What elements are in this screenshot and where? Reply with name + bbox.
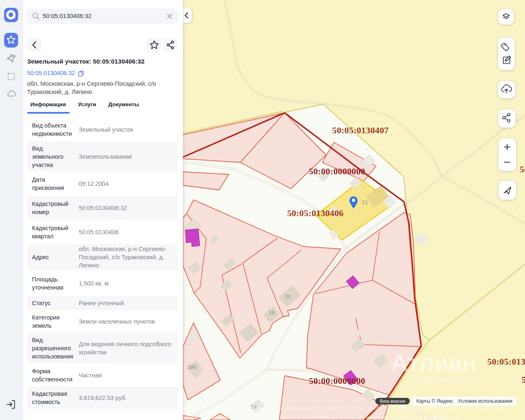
svg-text:Атлиан: Атлиан xyxy=(391,349,477,376)
svg-text:50: 50 xyxy=(522,375,525,385)
svg-text:официального документа, не явл: официального документа, не являются выпи… xyxy=(186,414,460,420)
svg-text:Сведения, предоставленные с по: Сведения, предоставленные с помощью этог… xyxy=(186,405,503,411)
svg-text:20: 20 xyxy=(285,294,291,300)
svg-text:50:00:0000000: 50:00:0000000 xyxy=(309,376,365,386)
svg-text:19: 19 xyxy=(269,310,274,316)
svg-text:50:05:01304: 50:05:01304 xyxy=(487,357,525,367)
svg-text:50:: 50: xyxy=(520,164,525,174)
svg-text:18Б: 18Б xyxy=(187,364,196,370)
svg-text:21: 21 xyxy=(362,200,368,205)
svg-text:недвижимость: недвижимость xyxy=(409,373,487,384)
svg-text:50:05:0130406: 50:05:0130406 xyxy=(287,208,344,218)
svg-text:50:05:0130407: 50:05:0130407 xyxy=(332,126,389,135)
svg-text:50:00:0000000: 50:00:0000000 xyxy=(309,167,365,176)
